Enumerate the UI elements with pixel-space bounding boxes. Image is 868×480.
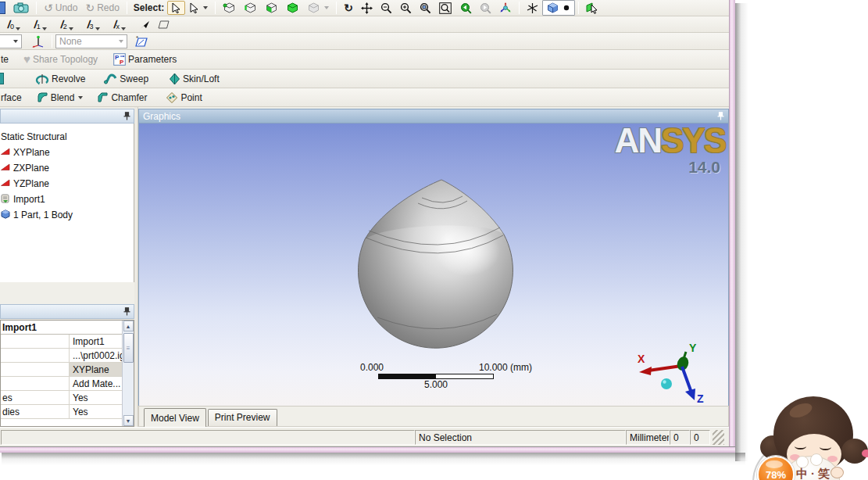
graphics-viewport[interactable]: ANSYS 14.0 [138, 124, 729, 406]
ruler-max-label: 10.000 (mm) [479, 362, 532, 373]
desktop-mascot-widget[interactable]: 中·笑 78% [746, 387, 868, 480]
selection-filter-button[interactable] [582, 1, 602, 16]
skin-loft-button[interactable]: Skin/Loft [165, 71, 223, 87]
scroll-up-button[interactable]: ▲ [123, 321, 134, 331]
feature-toolbar-1: Revolve Sweep Skin/Loft [0, 70, 729, 88]
details-row[interactable]: Add Mate... [1, 377, 134, 391]
plane-button-3[interactable]: /3 [84, 18, 103, 30]
scroll-thumb[interactable]: ≡ [123, 333, 134, 363]
combo-value: None [59, 36, 82, 47]
pan-button[interactable] [357, 1, 377, 16]
separator [519, 2, 520, 14]
axis-tool-button[interactable] [28, 34, 48, 49]
extend-selection-button[interactable] [303, 0, 333, 16]
sweep-label: Sweep [120, 73, 148, 84]
plane-button-1[interactable]: /1 [31, 18, 50, 30]
details-row[interactable]: dies Yes [1, 405, 134, 419]
pin-icon[interactable] [123, 307, 130, 316]
blend-icon [37, 91, 48, 103]
tree-panel-titlebar[interactable] [0, 109, 134, 124]
model-teardrop-solid[interactable] [334, 167, 556, 357]
details-row-label: dies [1, 405, 70, 418]
details-panel-titlebar[interactable] [0, 304, 134, 319]
triad-z-label: Z [697, 392, 704, 403]
tree-item-import1[interactable]: Import1 [0, 191, 134, 206]
select-label: Select: [130, 2, 167, 13]
clipped-combo[interactable] [0, 34, 22, 48]
generate-label-fragment[interactable]: te [0, 54, 9, 65]
new-sketch-button[interactable]: * [130, 34, 152, 49]
sweep-icon [104, 73, 117, 84]
cursor-icon [171, 2, 181, 13]
previous-view-button[interactable] [456, 1, 476, 16]
details-row[interactable]: ...\prt0002.ig [1, 349, 134, 363]
select-edge-button[interactable] [240, 0, 261, 16]
redo-button[interactable]: ↻ Redo [81, 1, 123, 15]
select-dropdown-button[interactable] [185, 1, 212, 15]
dumpling-pleat [810, 453, 823, 466]
parameters-button[interactable]: PP Parameters [109, 52, 180, 67]
plane-button-x[interactable]: /x [111, 18, 129, 30]
display-plane-button[interactable] [154, 19, 173, 30]
select-vertex-button[interactable] [219, 0, 240, 16]
shaded-exterior-button[interactable] [542, 0, 575, 16]
revolve-button[interactable]: Revolve [31, 71, 89, 87]
point-button[interactable]: Point [162, 90, 205, 106]
green-cursor-icon [586, 2, 598, 14]
rotate-button[interactable]: ↻ [340, 1, 357, 15]
black-arrow-icon [139, 20, 150, 30]
heart-icon: ♥ [23, 54, 30, 65]
named-selection-combo[interactable]: None [55, 34, 127, 48]
tree-item-xyplane[interactable]: XYPlane [0, 144, 134, 159]
details-scrollbar[interactable]: ▲ ≡ ▼ [122, 321, 134, 426]
select-body-button[interactable] [282, 0, 303, 16]
isometric-view-button[interactable] [495, 1, 516, 16]
tree-item-static-structural[interactable]: Static Structural [0, 128, 134, 144]
orientation-triad[interactable]: X Y Z [636, 342, 723, 403]
pointer-tool-button[interactable] [135, 18, 154, 31]
details-row[interactable]: es Yes [1, 391, 134, 405]
pin-icon[interactable] [717, 112, 724, 120]
plane-button-2[interactable]: /2 [58, 18, 77, 30]
tab-print-preview[interactable]: Print Preview [208, 409, 277, 426]
graphics-titlebar[interactable]: Graphics [138, 109, 729, 124]
tree-item-label: Import1 [13, 193, 45, 205]
tree-item-zxplane[interactable]: ZXPlane [0, 159, 134, 175]
view-tab-strip: Model View Print Preview [138, 406, 729, 427]
tab-model-view[interactable]: Model View [144, 408, 206, 427]
tree-item-yzplane[interactable]: YZPlane [0, 175, 134, 191]
look-at-face-button[interactable] [523, 1, 542, 16]
undo-button[interactable]: ↺ Undo [40, 1, 81, 15]
details-row-label [1, 349, 70, 362]
share-topology-button[interactable]: ♥ Share Topology [20, 52, 102, 66]
next-view-button[interactable] [476, 1, 495, 16]
zoom-button[interactable] [377, 1, 396, 16]
sweep-button[interactable]: Sweep [100, 71, 152, 86]
zoom-in-button[interactable] [396, 1, 416, 16]
mascot-eye [795, 443, 806, 450]
details-row[interactable]: Import1 [1, 335, 134, 349]
chevron-down-icon [42, 27, 47, 30]
resize-grip[interactable] [713, 430, 724, 445]
details-row[interactable]: XYPlane [1, 363, 134, 377]
chamfer-button[interactable]: Chamfer [93, 90, 151, 105]
pin-icon[interactable] [123, 112, 130, 120]
graphics-title: Graphics [143, 111, 180, 122]
revolve-label: Revolve [52, 73, 85, 84]
redo-icon: ↻ [85, 2, 95, 13]
select-mode-button[interactable] [167, 1, 185, 15]
tree-item-part-body[interactable]: 1 Part, 1 Body [0, 206, 134, 222]
select-face-button[interactable] [261, 0, 282, 16]
tab-print-preview-label: Print Preview [215, 412, 270, 423]
status-message-panel [1, 430, 415, 445]
scroll-down-button[interactable]: ▼ [123, 415, 134, 426]
blend-button[interactable]: Blend [33, 90, 88, 105]
surface-label-fragment[interactable]: rface [0, 92, 22, 103]
undo-label: Undo [55, 2, 78, 13]
iso-arrows-icon [499, 2, 512, 14]
separator [52, 35, 52, 48]
screenshot-button[interactable] [9, 1, 33, 15]
zoom-to-fit-button[interactable] [435, 1, 456, 16]
plane-button-0[interactable]: /0 [5, 18, 23, 30]
magnify-model-button[interactable] [416, 1, 435, 16]
